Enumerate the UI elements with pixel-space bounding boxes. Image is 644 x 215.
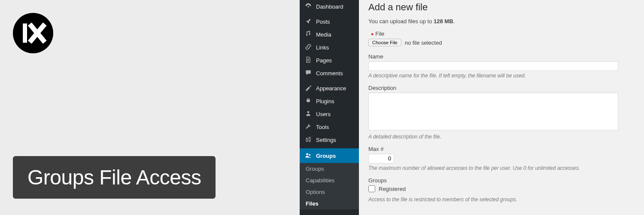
sidebar-item-label: Posts <box>316 18 330 25</box>
groups-option-registered-row: Registered <box>368 185 635 192</box>
settings-icon <box>304 136 313 144</box>
file-field-label: •File <box>368 31 635 37</box>
main-content: Add a new file You can upload files up t… <box>359 0 644 215</box>
wp-admin-app: Dashboard Posts Media Links Pages <box>300 0 644 215</box>
sidebar-item-label: Comments <box>316 70 343 77</box>
name-label: Name <box>368 53 635 60</box>
name-field: Name A descriptive name for the file. If… <box>368 53 635 79</box>
description-label: Description <box>368 85 635 91</box>
promo-title: Groups File Access <box>13 156 216 199</box>
sidebar-item-groups[interactable]: Groups <box>300 148 359 163</box>
ix-logo-icon <box>18 18 48 48</box>
svg-point-12 <box>309 154 310 156</box>
groups-field: Groups Registered Access to the file is … <box>368 177 635 203</box>
name-input[interactable] <box>368 61 618 71</box>
groups-icon <box>304 152 313 160</box>
sidebar-item-pages[interactable]: Pages <box>300 54 359 67</box>
sidebar-submenu-groups: Groups Capabilities Options Files <box>300 163 359 209</box>
dashboard-icon <box>304 3 313 11</box>
description-hint: A detailed description of the file. <box>368 134 635 140</box>
registered-checkbox[interactable] <box>368 185 375 192</box>
sidebar-item-users[interactable]: Users <box>300 108 359 120</box>
sidebar-item-posts[interactable]: Posts <box>300 15 359 28</box>
file-label-text: File <box>375 31 384 37</box>
sidebar-item-settings[interactable]: Settings <box>300 133 359 146</box>
svg-rect-7 <box>306 138 307 141</box>
sidebar-item-dashboard[interactable]: Dashboard <box>300 0 359 13</box>
sidebar-item-tools[interactable]: Tools <box>300 120 359 133</box>
name-hint: A descriptive name for the file. If left… <box>368 73 635 79</box>
max-field: Max # The maximum number of allowed acce… <box>368 146 635 171</box>
svg-point-3 <box>307 6 309 7</box>
sidebar-item-comments[interactable]: Comments <box>300 67 359 80</box>
sidebar-item-label: Groups <box>316 153 336 159</box>
choose-file-button[interactable]: Choose File <box>368 39 401 46</box>
comment-icon <box>304 69 313 77</box>
sidebar-item-label: Links <box>316 44 329 51</box>
registered-checkbox-label: Registered <box>379 186 406 192</box>
sidebar-item-label: Settings <box>316 137 336 143</box>
max-hint: The maximum number of allowed accesses t… <box>368 165 635 171</box>
sidebar-item-label: Tools <box>316 124 329 130</box>
admin-sidebar: Dashboard Posts Media Links Pages <box>300 0 359 215</box>
tools-icon <box>304 123 313 131</box>
no-file-selected-text: no file selected <box>405 40 442 46</box>
current-menu-arrow-icon <box>359 153 361 158</box>
upload-limit-note: You can upload files up to 128 MB. <box>368 18 635 25</box>
sidebar-item-label: Users <box>316 111 331 117</box>
users-icon <box>304 110 313 118</box>
sidebar-item-label: Pages <box>316 57 332 64</box>
pin-icon <box>304 18 313 26</box>
media-icon <box>304 31 313 39</box>
brand-logo <box>13 13 53 53</box>
sidebar-item-media[interactable]: Media <box>300 28 359 41</box>
description-textarea[interactable] <box>368 92 618 130</box>
upload-note-prefix: You can upload files up to <box>368 18 434 25</box>
upload-note-suffix: . <box>453 18 455 25</box>
upload-note-limit: 128 MB <box>434 18 453 25</box>
appearance-icon <box>304 84 313 92</box>
max-input[interactable] <box>368 154 394 163</box>
sidebar-item-label: Dashboard <box>316 3 343 10</box>
groups-hint: Access to the file is restricted to memb… <box>368 197 635 203</box>
svg-point-5 <box>309 34 310 35</box>
groups-label: Groups <box>368 177 635 184</box>
submenu-item-capabilities[interactable]: Capabilities <box>300 175 359 186</box>
svg-point-6 <box>307 111 310 113</box>
submenu-item-files[interactable]: Files <box>300 198 359 209</box>
sidebar-item-label: Plugins <box>316 98 334 104</box>
svg-rect-0 <box>23 24 27 43</box>
plugin-icon <box>304 97 313 105</box>
svg-rect-8 <box>309 137 310 141</box>
svg-point-11 <box>306 153 308 155</box>
sidebar-item-appearance[interactable]: Appearance <box>300 82 359 95</box>
file-picker-row: Choose File no file selected <box>368 39 635 46</box>
sidebar-item-label: Media <box>316 31 331 38</box>
required-indicator-icon: • <box>371 30 374 39</box>
link-icon <box>304 43 313 52</box>
sidebar-item-label: Appearance <box>316 85 346 92</box>
svg-point-4 <box>306 34 307 35</box>
submenu-item-options[interactable]: Options <box>300 186 359 198</box>
max-label: Max # <box>368 146 635 152</box>
page-icon <box>304 56 313 64</box>
sidebar-item-plugins[interactable]: Plugins <box>300 95 359 108</box>
page-heading: Add a new file <box>368 2 635 13</box>
submenu-item-groups[interactable]: Groups <box>300 163 359 175</box>
sidebar-item-links[interactable]: Links <box>300 41 359 54</box>
description-field: Description A detailed description of th… <box>368 85 635 140</box>
